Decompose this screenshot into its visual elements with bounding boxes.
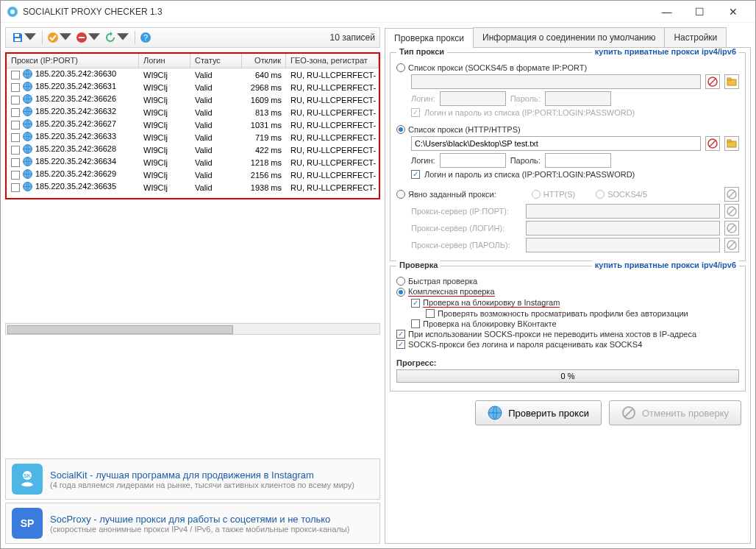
cell-response: 719 ms xyxy=(242,133,286,142)
row-checkbox[interactable] xyxy=(11,108,20,117)
row-checkbox[interactable] xyxy=(11,158,20,167)
chk-nologin-label: SOCKS-прокси без логина и пароля расцени… xyxy=(408,340,642,349)
row-checkbox[interactable] xyxy=(11,146,20,155)
globe-icon xyxy=(23,132,32,143)
header-geo[interactable]: ГЕО-зона, регистрат xyxy=(286,54,379,68)
http-pass-input[interactable] xyxy=(545,153,611,168)
cell-response: 2968 ms xyxy=(242,83,286,92)
row-checkbox[interactable] xyxy=(11,133,20,142)
horizontal-scrollbar[interactable] xyxy=(5,323,380,335)
server-login-clear[interactable] xyxy=(724,221,739,235)
server-pass-clear[interactable] xyxy=(724,238,739,252)
server-pass-input xyxy=(526,238,720,252)
radio-socks-list[interactable] xyxy=(396,63,405,72)
radio-socks-sub-label: SOCKS4/5 xyxy=(607,190,647,199)
svg-text:SK: SK xyxy=(24,473,31,478)
window-title: SOCIALKIT PROXY CHECKER 1.3 xyxy=(23,7,650,17)
row-checkbox[interactable] xyxy=(11,171,20,180)
row-checkbox[interactable] xyxy=(11,121,20,130)
radio-explicit-label: Явно заданный прокси: xyxy=(408,190,496,199)
radio-quick-check[interactable] xyxy=(396,277,405,286)
radio-socks-sub xyxy=(596,190,605,199)
table-row[interactable]: 185.220.35.242:36627WI9CIjValid1031 msRU… xyxy=(7,118,379,131)
explicit-clear-1[interactable] xyxy=(724,187,739,202)
delete-button[interactable] xyxy=(74,30,101,45)
row-checkbox[interactable] xyxy=(11,96,20,105)
promo1-sub: (4 года являемся лидерами на рынке, тыся… xyxy=(50,481,354,489)
header-status[interactable]: Статус xyxy=(190,54,242,68)
help-button[interactable]: ? xyxy=(138,30,153,45)
cell-login: WI9CIj xyxy=(139,146,190,155)
save-button[interactable] xyxy=(10,30,38,45)
chk-profiles[interactable] xyxy=(426,309,435,318)
table-row[interactable]: 185.220.35.242:36634WI9CIjValid1218 msRU… xyxy=(7,156,379,169)
refresh-button[interactable] xyxy=(103,30,130,45)
row-checkbox[interactable] xyxy=(11,83,20,92)
promo-socialkit[interactable]: SK SocialKit - лучшая программа для прод… xyxy=(5,458,380,500)
row-checkbox[interactable] xyxy=(11,71,20,79)
table-row[interactable]: 185.220.35.242:36626WI9CIjValid1609 msRU… xyxy=(7,93,379,106)
header-proxy[interactable]: Прокси (IP:PORT) xyxy=(7,54,139,68)
radio-http-list[interactable] xyxy=(396,125,405,134)
http-file-input[interactable] xyxy=(411,136,701,151)
svg-line-36 xyxy=(729,242,735,248)
table-row[interactable]: 185.220.35.242:36630WI9CIjValid640 msRU,… xyxy=(7,68,379,81)
check-proxy-button[interactable]: Проверить прокси xyxy=(475,400,602,425)
chk-hosts[interactable] xyxy=(396,330,405,339)
chk-vk[interactable] xyxy=(411,319,420,328)
chk-vk-label: Проверка на блокировку ВКонтакте xyxy=(423,319,557,328)
http-clear-button[interactable] xyxy=(705,136,720,151)
close-button[interactable]: ✕ xyxy=(716,1,749,22)
server-ip-clear[interactable] xyxy=(724,204,739,219)
proxy-grid: Прокси (IP:PORT) Логин Статус Отклик ГЕО… xyxy=(5,52,380,199)
table-row[interactable]: 185.220.35.242:36635WI9CIjValid1938 msRU… xyxy=(7,181,379,194)
buy-proxy-link-2[interactable]: купить приватные прокси ipv4/ipv6 xyxy=(592,261,739,269)
cell-geo: RU, RU-LLCPERFECT- xyxy=(286,121,379,130)
cell-proxy: 185.220.35.242:36633 xyxy=(35,132,116,141)
row-checkbox[interactable] xyxy=(11,183,20,192)
cell-login: WI9CIj xyxy=(139,183,190,192)
socks-clear-button[interactable] xyxy=(705,74,720,89)
globe-icon xyxy=(488,405,502,420)
table-row[interactable]: 185.220.35.242:36631WI9CIjValid2968 msRU… xyxy=(7,81,379,93)
radio-explicit[interactable] xyxy=(396,190,405,199)
accept-button[interactable] xyxy=(46,30,73,45)
socks-from-list-checkbox xyxy=(411,108,420,117)
minimize-button[interactable]: — xyxy=(650,1,683,22)
table-row[interactable]: 185.220.35.242:36628WI9CIjValid422 msRU,… xyxy=(7,144,379,156)
server-ip-label: Прокси-сервер (IP:ПОРТ): xyxy=(411,207,521,216)
promo-socproxy[interactable]: SP SocProxy - лучшие прокси для работы с… xyxy=(5,503,380,544)
header-response[interactable]: Отклик xyxy=(242,54,286,68)
cell-proxy: 185.220.35.242:36632 xyxy=(35,107,116,116)
tab-connection-info[interactable]: Информация о соединении по умолчанию xyxy=(473,27,665,47)
titlebar: SOCIALKIT PROXY CHECKER 1.3 — ☐ ✕ xyxy=(1,1,755,23)
group-check: Проверка купить приватные прокси ipv4/ip… xyxy=(390,266,746,392)
progress-bar: 0 % xyxy=(396,369,739,383)
maximize-button[interactable]: ☐ xyxy=(683,1,716,22)
table-row[interactable]: 185.220.35.242:36629WI9CIjValid2156 msRU… xyxy=(7,169,379,181)
socks-browse-button[interactable] xyxy=(724,74,739,89)
header-login[interactable]: Логин xyxy=(139,54,190,68)
buy-proxy-link-1[interactable]: купить приватные прокси ipv4/ipv6 xyxy=(592,48,739,56)
socks-from-list-label: Логин и пароль из списка (IP:PORT:LOGIN:… xyxy=(424,108,635,117)
cell-response: 640 ms xyxy=(242,71,286,79)
table-row[interactable]: 185.220.35.242:36633WI9CIjValid719 msRU,… xyxy=(7,131,379,144)
radio-complex-check[interactable] xyxy=(396,288,405,297)
server-login-label: Прокси-сервер (ЛОГИН): xyxy=(411,224,521,233)
chk-nologin[interactable] xyxy=(396,340,405,349)
tab-check[interactable]: Проверка прокси xyxy=(385,28,474,48)
cell-status: Valid xyxy=(190,133,242,142)
socks-login-label: Логин: xyxy=(411,94,435,103)
cell-status: Valid xyxy=(190,183,242,192)
radio-quick-label: Быстрая проверка xyxy=(408,277,477,286)
promo1-title: SocialKit - лучшая программа для продвиж… xyxy=(50,470,354,481)
cancel-check-button[interactable]: Отменить проверку xyxy=(609,400,741,425)
tab-settings[interactable]: Настройки xyxy=(664,27,727,47)
chk-instagram[interactable] xyxy=(411,299,420,308)
cell-proxy: 185.220.35.242:36626 xyxy=(35,94,116,103)
http-browse-button[interactable] xyxy=(724,136,739,151)
cell-geo: RU, RU-LLCPERFECT- xyxy=(286,71,379,79)
http-from-list-checkbox[interactable] xyxy=(411,170,420,179)
http-login-input[interactable] xyxy=(440,153,506,168)
table-row[interactable]: 185.220.35.242:36632WI9CIjValid813 msRU,… xyxy=(7,106,379,118)
